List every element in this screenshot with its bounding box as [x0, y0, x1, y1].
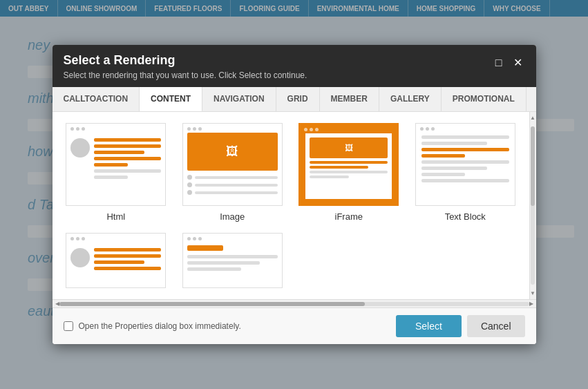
rendering-grid: Html 🖼 — [64, 123, 518, 288]
iframe-hero-img: 🖼 — [310, 137, 388, 158]
rendering-label-html: Html — [106, 211, 125, 222]
tab-member[interactable]: MEMBER — [320, 87, 379, 111]
hscroll-right-arrow[interactable]: ▶ — [529, 301, 533, 307]
close-button[interactable]: ✕ — [511, 56, 525, 70]
hscroll-left-arrow[interactable]: ◀ — [55, 301, 59, 307]
tab-gallery[interactable]: GALLERY — [379, 87, 442, 111]
line-2 — [94, 254, 161, 258]
footer-buttons: Select Cancel — [396, 315, 525, 337]
dot-2 — [193, 237, 196, 240]
sub-row-1 — [187, 175, 278, 180]
rendering-item-image[interactable]: 🖼 — [180, 123, 285, 222]
tb-line-6 — [421, 167, 487, 170]
line-4 — [94, 267, 161, 270]
tb-line-7 — [421, 173, 466, 176]
image-hero: 🖼 — [187, 133, 278, 171]
sub-line-2 — [195, 184, 278, 187]
html2-thumb-body — [66, 243, 165, 287]
scroll-track[interactable] — [531, 126, 535, 285]
rendering-label-textblock: Text Block — [445, 211, 486, 222]
tab-content[interactable]: CONTENT — [140, 87, 202, 112]
rendering-scroll-area[interactable]: Html 🖼 — [53, 112, 529, 299]
rendering-item-html[interactable]: Html — [64, 123, 169, 222]
rendering-thumb-html2[interactable] — [66, 233, 166, 288]
rendering-item-tabs[interactable] — [180, 233, 285, 288]
tab-calltoaction[interactable]: CALLTOACTION — [53, 87, 140, 111]
tabs-line-3 — [187, 267, 242, 271]
hscroll-track[interactable] — [59, 302, 529, 306]
iframe-inner: 🖼 — [305, 133, 392, 199]
line-2 — [94, 144, 161, 148]
scroll-thumb — [531, 126, 535, 206]
image-sub-lines — [183, 171, 282, 199]
hscroll-thumb — [59, 302, 365, 306]
dot-3 — [198, 127, 202, 131]
dot-1 — [420, 127, 424, 131]
tb-line-1 — [421, 135, 509, 139]
line-1 — [94, 248, 161, 252]
line-4 — [94, 157, 161, 160]
modal-title: Select a Rendering — [64, 53, 307, 68]
line-3 — [94, 260, 144, 264]
html-thumb-body — [66, 133, 165, 205]
tb-line-3 — [421, 148, 509, 151]
tab-grid[interactable]: GRID — [276, 87, 320, 111]
thumb-dots-tabs — [183, 234, 282, 243]
select-button[interactable]: Select — [396, 315, 462, 337]
scroll-down-arrow[interactable]: ▼ — [530, 287, 535, 299]
iframe-line-3 — [310, 171, 388, 173]
rendering-thumb-tabs[interactable] — [182, 233, 283, 288]
modal-header-actions: □ ✕ — [493, 56, 525, 70]
rendering-thumb-html[interactable] — [66, 123, 166, 206]
thumb-dots-textblock — [416, 124, 515, 133]
modal-tabs: CALLTOACTION CONTENT NAVIGATION GRID MEM… — [53, 87, 536, 112]
iframe-line-2 — [310, 166, 368, 169]
iframe-line-4 — [310, 175, 349, 178]
tabs-line-2 — [187, 261, 260, 265]
horizontal-scrollbar[interactable]: ◀ ▶ — [53, 299, 536, 307]
line-1 — [94, 138, 161, 142]
rendering-thumb-textblock[interactable] — [415, 123, 515, 206]
tabs-header-bar — [187, 245, 223, 251]
maximize-button[interactable]: □ — [493, 56, 505, 70]
dot-1 — [187, 127, 191, 131]
vertical-scrollbar[interactable]: ▲ ▼ — [529, 112, 536, 299]
dot-2 — [76, 237, 79, 240]
modal-subtitle: Select the rendering that you want to us… — [64, 70, 307, 80]
html-lines — [94, 138, 161, 201]
cancel-button[interactable]: Cancel — [467, 315, 525, 337]
html-avatar-icon — [70, 138, 90, 158]
rendering-label-image: Image — [220, 211, 245, 222]
tb-line-8 — [421, 179, 509, 182]
tb-line-4 — [421, 154, 466, 158]
rendering-label-iframe: iFrame — [335, 211, 363, 222]
tab-promotional[interactable]: PROMOTIONAL — [442, 87, 527, 111]
rendering-thumb-iframe[interactable]: 🖼 — [298, 123, 399, 206]
modal-body: Html 🖼 — [53, 112, 536, 299]
footer-left: Open the Properties dialog box immediate… — [64, 321, 241, 331]
scroll-up-arrow[interactable]: ▲ — [530, 112, 535, 124]
rendering-item-html2[interactable] — [64, 233, 169, 288]
dot-3 — [82, 237, 85, 240]
sub-row-2 — [187, 182, 278, 187]
line-6 — [94, 169, 161, 173]
sub-line-1 — [195, 176, 278, 179]
properties-checkbox[interactable] — [64, 321, 73, 331]
line-3 — [94, 151, 144, 154]
tab-navigation[interactable]: NAVIGATION — [202, 87, 276, 111]
dot-3 — [82, 127, 85, 131]
modal-dialog: Select a Rendering Select the rendering … — [53, 45, 536, 344]
dot-1 — [70, 237, 74, 240]
modal-overlay: Select a Rendering Select the rendering … — [0, 0, 588, 389]
thumb-dots-html2 — [66, 234, 165, 243]
rendering-item-iframe[interactable]: 🖼 iFrame — [296, 123, 402, 222]
iframe-img-icon: 🖼 — [345, 143, 353, 153]
dot-3 — [315, 128, 319, 131]
rendering-thumb-image[interactable]: 🖼 — [182, 123, 283, 206]
thumb-dots-iframe — [300, 124, 397, 133]
iframe-text-lines — [310, 161, 388, 178]
rendering-item-textblock[interactable]: Text Block — [412, 123, 518, 222]
tb-line-2 — [421, 142, 487, 145]
sub-dot-1 — [187, 175, 192, 180]
sub-dot-2 — [187, 182, 192, 187]
